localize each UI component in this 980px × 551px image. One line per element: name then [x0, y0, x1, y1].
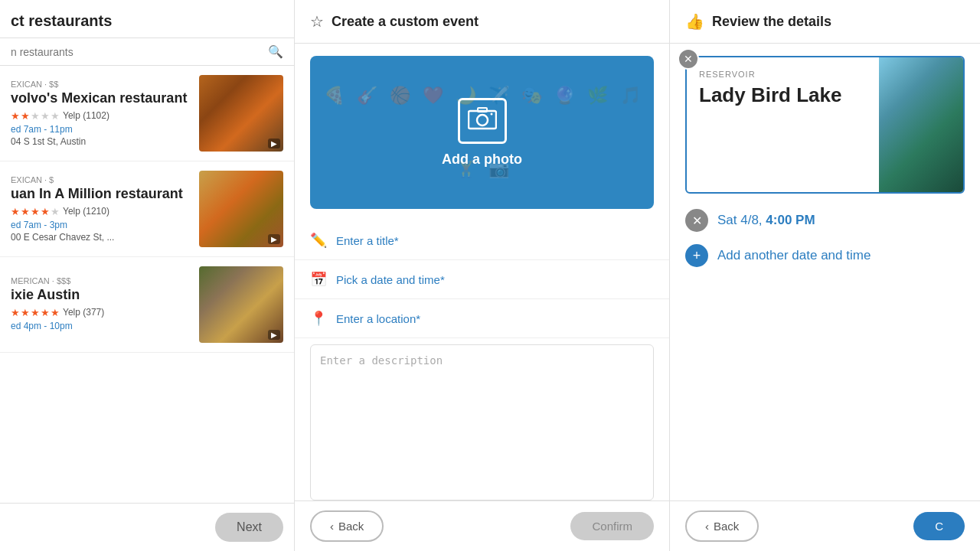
datetime-field[interactable]: 📅	[295, 260, 669, 299]
back-chevron-icon-right: ‹	[705, 520, 709, 533]
image-badge: ▶	[268, 139, 280, 148]
bg-icon-2: 🎸	[357, 86, 377, 106]
date-entry: ✕ Sat 4/8, 4:00 PM	[685, 209, 965, 232]
bg-icon-9: 🌿	[587, 86, 608, 106]
venue-card-text: RESERVOIR Lady Bird Lake	[687, 57, 879, 192]
svg-point-3	[490, 112, 492, 115]
svg-point-1	[477, 115, 488, 126]
right-panel: 👍 Review the details ✕ RESERVOIR Lady Bi…	[670, 0, 980, 551]
restaurant-category: EXICAN · $$	[11, 80, 191, 89]
venue-card: RESERVOIR Lady Bird Lake	[685, 56, 965, 194]
back-chevron-icon: ‹	[330, 520, 334, 533]
star-icons: ★ ★ ★ ★ ★	[11, 307, 60, 318]
right-header: 👍 Review the details	[670, 0, 980, 44]
list-item[interactable]: MERICAN · $$$ ixie Austin ★ ★ ★ ★ ★ Yelp…	[0, 257, 294, 353]
image-badge: ▶	[268, 330, 280, 340]
bg-icon-3: 🏀	[390, 86, 410, 106]
confirm-button-right[interactable]: C	[913, 512, 965, 540]
restaurant-name: volvo's Mexican restaurant	[11, 90, 191, 107]
middle-panel: ☆ Create a custom event 🍕 🎸 🏀 ❤️ 🌙 ✈️ 🎭 …	[295, 0, 670, 551]
yelp-label: Yelp (377)	[63, 307, 104, 318]
restaurant-category: EXICAN · $	[11, 175, 191, 184]
svg-rect-2	[478, 108, 487, 112]
title-field[interactable]: ✏️	[295, 221, 669, 260]
restaurant-info: EXICAN · $ uan In A Million restaurant ★…	[11, 171, 191, 247]
photo-upload-label: Add a photo	[442, 152, 522, 168]
location-input[interactable]	[336, 312, 654, 325]
restaurant-address: 04 S 1st St, Austin	[11, 136, 191, 147]
star-outline-icon: ☆	[310, 12, 324, 31]
back-button[interactable]: ‹ Back	[310, 510, 384, 542]
date-time: 4:00 PM	[766, 213, 815, 227]
rating-stars: ★ ★ ★ ★ ★ Yelp (1102)	[11, 110, 191, 122]
restaurant-category: MERICAN · $$$	[11, 276, 191, 285]
confirm-button[interactable]: Confirm	[570, 512, 654, 540]
thumbsup-icon: 👍	[685, 12, 704, 31]
venue-image	[879, 57, 963, 192]
right-title: Review the details	[712, 14, 831, 30]
description-area[interactable]	[310, 344, 654, 500]
restaurant-info: EXICAN · $$ volvo's Mexican restaurant ★…	[11, 75, 191, 152]
rating-stars: ★ ★ ★ ★ ★ Yelp (377)	[11, 307, 191, 318]
back-button-right[interactable]: ‹ Back	[685, 510, 759, 542]
bg-icon-1: 🍕	[324, 86, 345, 106]
plus-icon: +	[685, 244, 708, 267]
venue-card-wrapper: ✕ RESERVOIR Lady Bird Lake	[685, 56, 965, 209]
restaurant-image: ▶	[199, 171, 283, 247]
datetime-input[interactable]	[336, 273, 654, 286]
bg-icon-8: 🔮	[554, 86, 575, 106]
bg-icon-4: ❤️	[423, 86, 443, 106]
restaurant-address: 00 E Cesar Chavez St, ...	[11, 232, 191, 243]
left-panel: ct restaurants 🔍 EXICAN · $$ volvo's Mex…	[0, 0, 295, 551]
venue-name: Lady Bird Lake	[699, 83, 867, 107]
restaurant-name: ixie Austin	[11, 287, 191, 304]
search-input[interactable]	[11, 46, 262, 58]
search-bar[interactable]: 🔍	[0, 38, 294, 66]
venue-type: RESERVOIR	[699, 70, 867, 79]
title-input[interactable]	[336, 234, 654, 247]
add-date-button[interactable]: + Add another date and time	[685, 244, 965, 267]
date-text: Sat 4/8, 4:00 PM	[717, 213, 815, 228]
list-item[interactable]: EXICAN · $$ volvo's Mexican restaurant ★…	[0, 66, 294, 161]
yelp-label: Yelp (1210)	[63, 206, 109, 217]
star-icons: ★ ★ ★ ★ ★	[11, 110, 60, 122]
description-textarea[interactable]	[320, 354, 644, 491]
bg-icon-7: 🎭	[521, 86, 542, 106]
image-badge: ▶	[268, 234, 280, 244]
remove-venue-button[interactable]: ✕	[678, 48, 699, 70]
next-button[interactable]: Next	[215, 513, 283, 542]
left-title: ct restaurants	[11, 12, 283, 30]
bg-icon-10: 🎵	[620, 86, 641, 106]
middle-title: Create a custom event	[332, 14, 479, 30]
date-day: Sat 4/8,	[717, 213, 766, 227]
star-icons: ★ ★ ★ ★ ★	[11, 206, 60, 217]
restaurant-list: EXICAN · $$ volvo's Mexican restaurant ★…	[0, 66, 294, 503]
restaurant-info: MERICAN · $$$ ixie Austin ★ ★ ★ ★ ★ Yelp…	[11, 266, 191, 343]
right-footer: ‹ Back C	[670, 500, 980, 551]
restaurant-hours: ed 7am - 11pm	[11, 124, 191, 135]
photo-upload-area[interactable]: 🍕 🎸 🏀 ❤️ 🌙 ✈️ 🎭 🔮 🌿 🎵 🏋️ 📷 Add a photo	[310, 56, 654, 209]
yelp-label: Yelp (1102)	[63, 110, 109, 121]
restaurant-image: ▶	[199, 75, 283, 152]
photo-icon	[458, 98, 507, 144]
restaurant-image: ▶	[199, 266, 283, 343]
restaurant-hours: ed 4pm - 10pm	[11, 321, 191, 331]
location-icon: 📍	[310, 310, 327, 327]
location-field[interactable]: 📍	[295, 299, 669, 338]
left-footer: Next	[0, 503, 294, 551]
restaurant-hours: ed 7am - 3pm	[11, 220, 191, 230]
right-content: ✕ RESERVOIR Lady Bird Lake ✕ Sat 4/8, 4:…	[670, 44, 980, 500]
left-header: ct restaurants	[0, 0, 294, 38]
restaurant-name: uan In A Million restaurant	[11, 186, 191, 203]
calendar-icon: 📅	[310, 271, 327, 288]
middle-header: ☆ Create a custom event	[295, 0, 669, 44]
middle-footer: ‹ Back Confirm	[295, 500, 669, 551]
add-date-label: Add another date and time	[717, 248, 871, 263]
rating-stars: ★ ★ ★ ★ ★ Yelp (1210)	[11, 206, 191, 217]
remove-date-button[interactable]: ✕	[685, 209, 708, 232]
list-item[interactable]: EXICAN · $ uan In A Million restaurant ★…	[0, 161, 294, 257]
pencil-icon: ✏️	[310, 232, 327, 249]
search-icon: 🔍	[268, 44, 283, 59]
